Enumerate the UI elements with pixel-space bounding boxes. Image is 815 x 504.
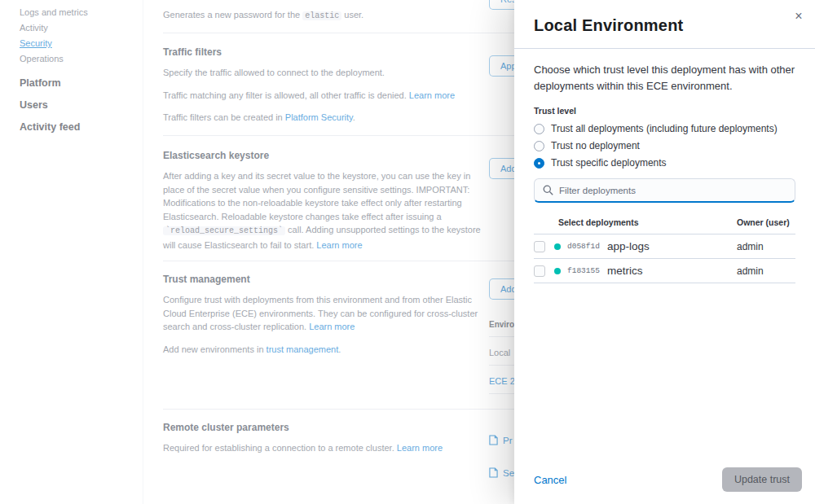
radio-unselected-icon <box>534 141 544 151</box>
deployment-row: d058f1d app-logs admin <box>534 234 795 259</box>
radio-label: Trust specific deployments <box>551 157 667 169</box>
radio-trust-no-deployment[interactable]: Trust no deployment <box>534 140 795 151</box>
radio-selected-icon <box>534 158 544 169</box>
health-dot-icon <box>554 243 561 250</box>
cancel-button[interactable]: Cancel <box>534 474 566 486</box>
radio-trust-all-deployments[interactable]: Trust all deployments (including future … <box>534 123 795 134</box>
local-environment-flyout: × Local Environment Choose which trust l… <box>514 0 815 504</box>
search-input[interactable] <box>559 186 786 195</box>
close-icon[interactable]: × <box>789 7 808 26</box>
radio-label: Trust no deployment <box>551 140 640 151</box>
search-icon <box>543 185 553 195</box>
deployment-checkbox[interactable] <box>534 241 545 252</box>
update-trust-button[interactable]: Update trust <box>722 467 802 492</box>
radio-label: Trust all deployments (including future … <box>551 123 778 134</box>
trust-level-radio-group: Trust all deployments (including future … <box>534 123 795 169</box>
deployment-id: d058f1d <box>567 242 600 251</box>
flyout-body: Choose which trust level this deployment… <box>514 49 815 283</box>
deployments-table: Select deployments Owner (user) d058f1d … <box>534 217 795 283</box>
deployment-row: f183155 metrics admin <box>534 259 795 283</box>
owner-user-header: Owner (user) <box>737 217 795 227</box>
filter-deployments-search[interactable] <box>534 178 795 203</box>
flyout-title: Local Environment <box>534 16 795 35</box>
radio-unselected-icon <box>534 124 544 134</box>
health-dot-icon <box>554 268 561 274</box>
radio-trust-specific-deployments[interactable]: Trust specific deployments <box>534 157 795 169</box>
deployment-owner: admin <box>737 241 795 252</box>
deployment-name: app-logs <box>607 240 737 252</box>
flyout-footer: Cancel Update trust <box>514 462 815 504</box>
deployments-table-header: Select deployments Owner (user) <box>534 217 795 234</box>
select-deployments-header: Select deployments <box>534 217 737 227</box>
trust-level-label: Trust level <box>534 106 795 116</box>
deployment-name: metrics <box>607 265 737 277</box>
deployment-checkbox[interactable] <box>534 265 545 277</box>
flyout-header: Local Environment <box>514 0 815 49</box>
deployment-id: f183155 <box>567 266 600 275</box>
deployment-owner: admin <box>737 265 795 277</box>
flyout-intro-text: Choose which trust level this deployment… <box>534 62 795 94</box>
